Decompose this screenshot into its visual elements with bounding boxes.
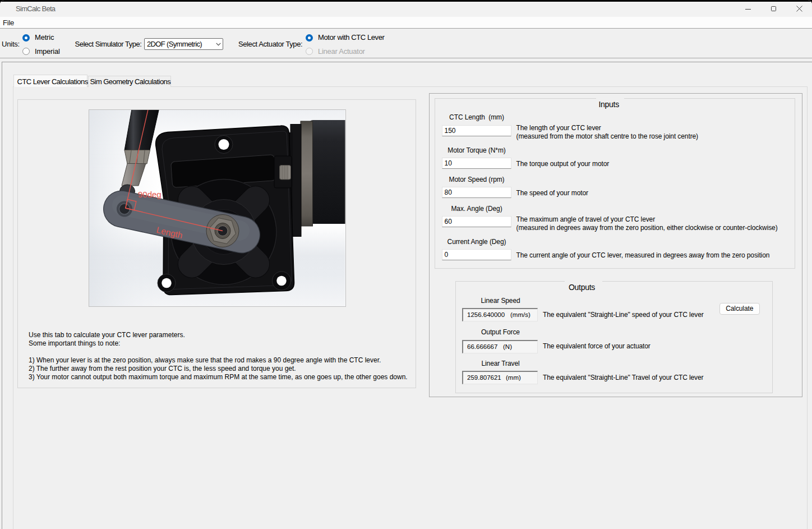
svg-text:90deg: 90deg	[138, 190, 162, 199]
